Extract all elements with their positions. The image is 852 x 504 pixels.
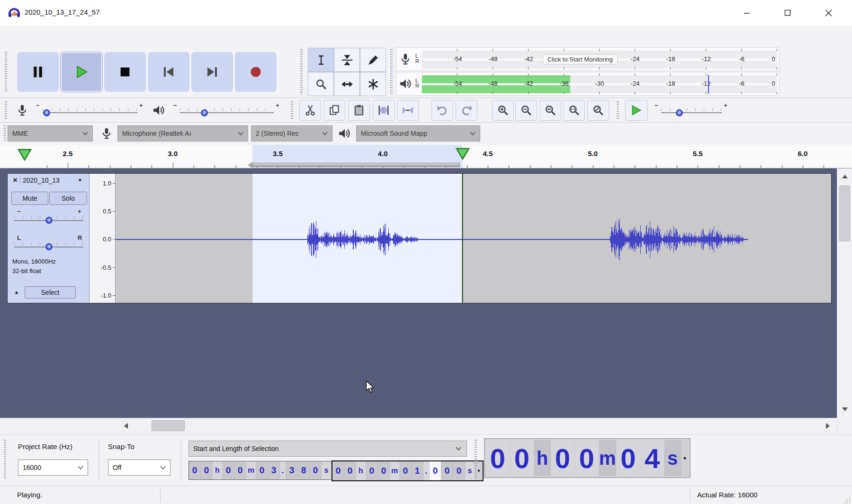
play-at-speed-button[interactable] bbox=[625, 100, 648, 121]
vertical-scrollbar[interactable] bbox=[837, 168, 852, 433]
time-digit[interactable]: 0 bbox=[400, 461, 412, 480]
track-menu-arrow-icon[interactable]: ▼ bbox=[78, 177, 82, 183]
stop-button[interactable] bbox=[104, 52, 146, 92]
selection-mode-combo[interactable]: Start and Length of Selection bbox=[188, 441, 467, 457]
scroll-up-arrow-icon[interactable] bbox=[837, 170, 852, 183]
zoom-tool-button[interactable] bbox=[308, 72, 334, 96]
time-digit[interactable]: 0 bbox=[441, 461, 453, 480]
playback-meter[interactable]: LR-54-48-42-36-30-24-18-12-60 bbox=[396, 72, 780, 96]
timeline-ruler[interactable]: 2.53.03.54.04.55.05.56.0 bbox=[0, 145, 852, 168]
time-unit[interactable]: . bbox=[280, 461, 286, 479]
track-select-button[interactable]: Select bbox=[25, 286, 76, 299]
scroll-left-arrow-icon[interactable] bbox=[118, 418, 134, 433]
mute-button[interactable]: Mute bbox=[11, 192, 48, 205]
recording-meter-scale[interactable]: -54-48-42-36-30-24-18-12-60Click to Star… bbox=[422, 49, 777, 70]
input-volume-slider-thumb[interactable] bbox=[43, 109, 50, 116]
selection-tool-button[interactable] bbox=[308, 48, 334, 72]
toolbar-grip[interactable] bbox=[5, 101, 7, 119]
zoom-toggle-button[interactable] bbox=[587, 100, 609, 121]
selection-start-field[interactable]: 00h00m03.380s▼ bbox=[188, 461, 340, 480]
zoom-in-button[interactable] bbox=[492, 100, 514, 121]
envelope-tool-button[interactable] bbox=[334, 48, 360, 72]
bigtime-digit[interactable]: 0 bbox=[575, 440, 599, 476]
time-digit[interactable]: 0 bbox=[201, 461, 213, 479]
fit-project-button[interactable] bbox=[563, 100, 585, 121]
pinned-play-head-icon[interactable] bbox=[18, 149, 32, 161]
scroll-down-arrow-icon[interactable] bbox=[837, 403, 852, 416]
bigtime-unit[interactable]: s bbox=[664, 440, 681, 476]
paste-button[interactable] bbox=[348, 100, 370, 121]
recording-channels-combo[interactable]: 2 (Stereo) Rec bbox=[251, 125, 332, 141]
selection-length-field[interactable]: 00h00m01.000s▼ bbox=[332, 460, 484, 481]
time-unit[interactable]: s bbox=[465, 461, 475, 480]
play-speed-slider-thumb[interactable] bbox=[676, 109, 683, 116]
time-digit[interactable]: 0 bbox=[366, 461, 378, 480]
track-title[interactable]: 2020_10_13 bbox=[23, 177, 60, 184]
time-shift-tool-button[interactable] bbox=[334, 72, 360, 96]
zoom-out-button[interactable] bbox=[515, 100, 537, 121]
fit-selection-button[interactable] bbox=[539, 100, 561, 121]
multi-tool-tool-button[interactable] bbox=[360, 72, 386, 96]
waveform-view[interactable] bbox=[116, 174, 831, 303]
bigtime-digit[interactable]: 0 bbox=[510, 440, 534, 476]
time-unit[interactable]: s bbox=[322, 461, 332, 479]
toolbar-grip[interactable] bbox=[617, 101, 619, 119]
solo-button[interactable]: Solo bbox=[49, 192, 87, 205]
monitor-prompt[interactable]: Click to Start Monitoring bbox=[543, 54, 618, 64]
copy-button[interactable] bbox=[323, 100, 345, 121]
close-button[interactable] bbox=[813, 0, 844, 26]
time-digit[interactable]: 0 bbox=[453, 461, 465, 480]
playhead-indicator-icon[interactable] bbox=[456, 148, 470, 160]
toolbar-grip[interactable] bbox=[475, 440, 477, 479]
time-unit[interactable]: . bbox=[423, 461, 430, 480]
audio-position-display[interactable]: 00h00m04s▼ bbox=[484, 438, 691, 478]
time-digit[interactable]: 0 bbox=[256, 461, 268, 479]
audio-host-combo[interactable]: MME bbox=[8, 125, 93, 141]
bigtime-digit[interactable]: 0 bbox=[486, 440, 510, 476]
time-digit[interactable]: 8 bbox=[298, 461, 310, 479]
selection-range-bar[interactable] bbox=[252, 163, 459, 167]
record-button[interactable] bbox=[235, 52, 277, 92]
time-digit[interactable]: 0 bbox=[234, 461, 246, 479]
toolbar-grip[interactable] bbox=[5, 52, 7, 92]
time-digit[interactable]: 0 bbox=[189, 461, 201, 479]
time-digit[interactable]: 0 bbox=[310, 461, 322, 479]
skip-to-start-button[interactable] bbox=[148, 52, 189, 92]
project-rate-combo[interactable]: 16000 bbox=[18, 460, 88, 476]
selection-start-arrow-icon[interactable] bbox=[248, 162, 252, 168]
time-digit[interactable]: 0 bbox=[223, 461, 234, 479]
recording-meter[interactable]: LR-54-48-42-36-30-24-18-12-60Click to St… bbox=[396, 47, 780, 71]
time-unit[interactable]: h bbox=[213, 461, 223, 479]
vscroll-thumb[interactable] bbox=[839, 186, 850, 241]
bigtime-dropdown-arrow-icon[interactable]: ▼ bbox=[681, 440, 689, 476]
toolbar-grip[interactable] bbox=[4, 125, 6, 141]
time-unit[interactable]: m bbox=[246, 461, 256, 479]
toolbar-grip[interactable] bbox=[390, 49, 393, 95]
horizontal-scrollbar[interactable] bbox=[0, 418, 837, 433]
trim-audio-button[interactable] bbox=[373, 100, 395, 121]
time-unit[interactable]: h bbox=[356, 461, 366, 480]
cut-button[interactable] bbox=[299, 100, 321, 121]
toolbar-grip[interactable] bbox=[4, 440, 6, 479]
collapse-track-button[interactable]: ▲ bbox=[11, 286, 22, 298]
bigtime-unit[interactable]: h bbox=[534, 440, 551, 476]
time-digit[interactable]: 0 bbox=[332, 461, 344, 480]
time-digit[interactable]: 0 bbox=[430, 461, 441, 480]
pause-button[interactable] bbox=[17, 52, 59, 92]
silence-audio-button[interactable] bbox=[397, 100, 419, 121]
playback-meter-scale[interactable]: -54-48-42-36-30-24-18-12-60 bbox=[422, 73, 777, 94]
recording-device-combo[interactable]: Microphone (Realtek Aı bbox=[117, 125, 248, 141]
bigtime-digit[interactable]: 0 bbox=[616, 440, 640, 476]
time-digit[interactable]: 1 bbox=[412, 461, 423, 480]
playback-device-combo[interactable]: Microsoft Sound Mapp bbox=[356, 125, 480, 141]
draw-tool-button[interactable] bbox=[360, 48, 386, 72]
skip-to-end-button[interactable] bbox=[191, 52, 233, 92]
toolbar-grip[interactable] bbox=[300, 49, 303, 95]
time-digit[interactable]: 0 bbox=[344, 461, 356, 480]
toolbar-grip[interactable] bbox=[291, 101, 293, 119]
bigtime-unit[interactable]: m bbox=[599, 440, 617, 476]
undo-button[interactable] bbox=[431, 100, 453, 121]
pan-slider-thumb[interactable] bbox=[45, 243, 53, 250]
redo-button[interactable] bbox=[456, 100, 477, 121]
scroll-right-arrow-icon[interactable] bbox=[820, 418, 835, 433]
